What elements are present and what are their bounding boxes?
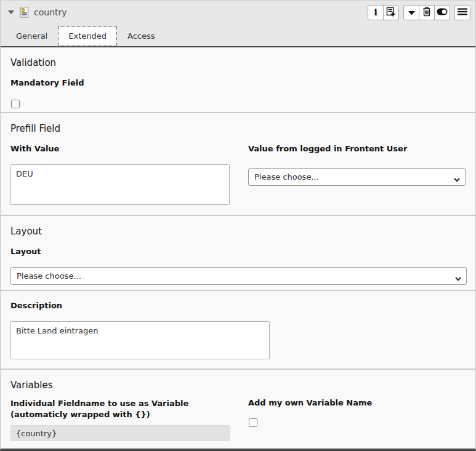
fieldname-variable-label: Individual Fieldname to use as Variable …	[10, 398, 230, 420]
validation-heading: Validation	[10, 57, 466, 68]
fe-user-label: Value from logged in Frontent User	[248, 144, 466, 153]
section-prefill: Prefill Field With Value DEU Value from …	[1, 112, 475, 215]
panel-header: country i	[1, 1, 475, 47]
variables-heading: Variables	[10, 380, 466, 391]
mandatory-field-checkbox[interactable]	[11, 100, 20, 108]
drag-handle-icon	[458, 8, 467, 17]
own-variable-name-checkbox[interactable]	[249, 418, 257, 427]
add-element-button[interactable]	[383, 5, 399, 20]
section-layout: Layout Layout Please choose...	[1, 215, 475, 290]
description-label: Description	[10, 301, 466, 310]
collapse-caret-icon[interactable]	[8, 10, 14, 14]
panel-title: country	[34, 7, 67, 17]
fe-user-select[interactable]: Please choose...	[248, 168, 466, 186]
with-value-label: With Value	[10, 144, 230, 153]
with-value-textarea[interactable]: DEU	[10, 164, 230, 205]
tab-general[interactable]: General	[6, 26, 58, 46]
toolbar-group-info: i	[368, 5, 399, 20]
toolbar-group-actions	[403, 5, 450, 20]
layout-heading: Layout	[10, 226, 466, 237]
field-config-panel: country i	[0, 0, 476, 451]
tab-extended[interactable]: Extended	[58, 26, 117, 46]
toggle-visibility-button[interactable]	[434, 5, 450, 20]
fieldname-variable-label-line2: (automaticly wrapped with {})	[10, 409, 230, 420]
drag-handle-button[interactable]	[454, 5, 470, 20]
tab-bar: General Extended Access	[1, 24, 475, 46]
layout-select[interactable]: Please choose...	[10, 267, 467, 285]
fieldname-variable-input	[10, 425, 230, 441]
info-icon: i	[374, 8, 377, 17]
mandatory-field-label: Mandatory Field	[10, 78, 466, 87]
toggle-icon	[437, 8, 448, 17]
info-button[interactable]: i	[368, 5, 384, 20]
prefill-heading: Prefill Field	[10, 123, 466, 134]
toolbar-group-drag	[454, 5, 470, 20]
description-textarea[interactable]: Bitte Land eintragen	[10, 321, 270, 359]
move-down-button[interactable]	[403, 5, 419, 20]
caret-down-icon	[408, 8, 415, 17]
section-variables: Variables Individual Fieldname to use as…	[1, 369, 475, 449]
layout-label: Layout	[10, 247, 466, 256]
trash-icon	[422, 7, 431, 18]
document-plus-icon	[386, 7, 396, 18]
own-variable-name-label: Add my own Variable Name	[248, 398, 466, 407]
section-description: Description Bitte Land eintragen	[1, 290, 475, 369]
fieldname-variable-label-line1: Individual Fieldname to use as Variable	[10, 398, 230, 409]
content-element-icon	[20, 7, 29, 18]
section-validation: Validation Mandatory Field	[1, 47, 475, 112]
tab-access[interactable]: Access	[117, 26, 166, 46]
title-row: country i	[1, 1, 475, 24]
toolbar: i	[368, 5, 470, 20]
delete-button[interactable]	[419, 5, 435, 20]
